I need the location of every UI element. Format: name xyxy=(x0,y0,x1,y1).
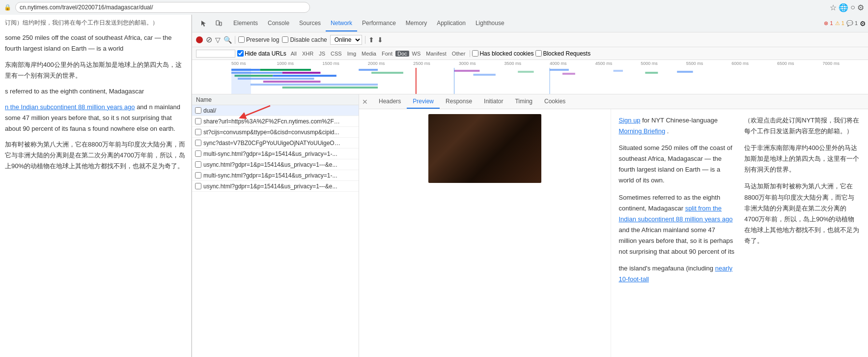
has-blocked-cookies-checkbox[interactable] xyxy=(472,50,478,57)
request-item-0[interactable]: dual/ xyxy=(192,105,359,116)
webpage-text-6: 加有时被称为第八大洲，它在8800万年前与印度次大陆分离，而它与非洲大陆的分离则… xyxy=(5,139,186,172)
tab-memory[interactable]: Memory xyxy=(401,16,432,31)
cn-situated-para: 位于非洲东南部海岸约400公里外的马达加斯加是地球上的第四大岛，这里有一个别有洞… xyxy=(744,143,860,175)
cn-signup-para: （欢迎点击此处订阅NYT简报，我们将在每个工作日发送新内容至您的邮箱。） xyxy=(744,115,860,137)
morning-briefing-link[interactable]: Morning Briefing xyxy=(619,127,666,135)
corner-icons: ☆ 🌐 ○ ⚙ xyxy=(830,3,864,12)
detail-content xyxy=(359,109,611,357)
request-item-4[interactable]: multi-sync.html?gdpr=1&p=15414&us_privac… xyxy=(192,149,359,159)
svg-rect-21 xyxy=(645,72,658,74)
request-checkbox-7[interactable] xyxy=(195,183,201,189)
earth-icon[interactable]: 🌐 xyxy=(839,3,848,12)
record-button[interactable] xyxy=(196,36,203,43)
signup-link[interactable]: Sign up xyxy=(619,117,641,124)
filter-xhr[interactable]: XHR xyxy=(300,50,316,57)
sometimes-para: Sometimes referred to as the eighth cont… xyxy=(619,192,735,258)
disable-cache-checkbox-label[interactable]: Disable cache xyxy=(282,36,327,43)
filter-icon-button[interactable]: ▽ xyxy=(215,36,221,44)
request-name-4: multi-sync.html?gdpr=1&p=15414&us_privac… xyxy=(203,150,337,157)
webpage-right-content: Sign up for NYT Chinese-language Morning… xyxy=(611,109,868,357)
tab-network[interactable]: Network xyxy=(326,16,357,31)
detail-tab-headers[interactable]: Headers xyxy=(373,95,407,109)
device-toolbar-icon[interactable] xyxy=(212,17,225,30)
hide-data-urls-checkbox[interactable] xyxy=(237,50,244,57)
search-icon-button[interactable]: 🔍 xyxy=(224,36,232,44)
request-item-7[interactable]: usync.html?gdpr=1&p=15414&us_privacy=1--… xyxy=(192,181,359,192)
tab-elements[interactable]: Elements xyxy=(228,16,263,31)
waterfall-bars-svg xyxy=(231,68,868,94)
request-checkbox-3[interactable] xyxy=(195,140,201,146)
time-label-5000: 5000 ms xyxy=(641,61,686,66)
waterfall-highlight xyxy=(231,68,251,94)
preserve-log-checkbox-label[interactable]: Preserve log xyxy=(238,36,279,43)
circle-icon[interactable]: ○ xyxy=(850,3,855,12)
filter-manifest[interactable]: Manifest xyxy=(423,50,449,57)
waterfall-chart: 500 ms 1000 ms 1500 ms 2000 ms 2500 ms 3… xyxy=(192,60,868,94)
tab-sources[interactable]: Sources xyxy=(294,16,326,31)
disable-cache-checkbox[interactable] xyxy=(282,36,288,43)
request-item-1[interactable]: share?url=https%3A%2F%2Fcn.nytimes.com%2… xyxy=(192,116,359,127)
disable-cache-label: Disable cache xyxy=(290,36,327,43)
has-blocked-cookies-label[interactable]: Has blocked cookies xyxy=(472,50,533,57)
filter-img[interactable]: Img xyxy=(345,50,359,57)
settings-icon[interactable]: ⚙ xyxy=(860,20,866,28)
request-checkbox-2[interactable] xyxy=(195,129,201,135)
hide-data-urls-label[interactable]: Hide data URLs xyxy=(237,50,286,57)
filter-font[interactable]: Font xyxy=(379,50,395,57)
detail-tab-response[interactable]: Response xyxy=(440,95,478,109)
tab-application[interactable]: Application xyxy=(432,16,471,31)
filter-other[interactable]: Other xyxy=(449,50,468,57)
svg-rect-1 xyxy=(216,21,219,25)
blocked-requests-checkbox[interactable] xyxy=(535,50,542,57)
clear-button[interactable]: ⊘ xyxy=(206,35,212,44)
request-item-5[interactable]: usync.html?gdpr=1&p=15414&us_privacy=1--… xyxy=(192,159,359,170)
address-input[interactable] xyxy=(15,2,310,13)
export-button[interactable]: ⬇ xyxy=(377,36,383,44)
has-blocked-cookies-text: Has blocked cookies xyxy=(479,50,533,57)
indian-subcontinent-link[interactable]: n the Indian subcontinent 88 million yea… xyxy=(5,103,135,111)
gear-icon[interactable]: ⚙ xyxy=(857,3,864,12)
detail-tab-initiator[interactable]: Initiator xyxy=(478,95,509,109)
filter-css[interactable]: CSS xyxy=(328,50,344,57)
detail-tab-preview[interactable]: Preview xyxy=(407,95,440,109)
request-item-3[interactable]: sync?dast=V7BZ0CFgPYoUUigeOjNATYoUUigeOj… xyxy=(192,138,359,149)
filter-input[interactable] xyxy=(196,50,235,58)
blocked-requests-label[interactable]: Blocked Requests xyxy=(535,50,590,57)
detail-tab-timing[interactable]: Timing xyxy=(509,95,538,109)
svg-rect-2 xyxy=(220,22,222,26)
filter-all[interactable]: All xyxy=(288,50,299,57)
detail-tab-cookies[interactable]: Cookies xyxy=(538,95,571,109)
error-badge: ⊗ 1 xyxy=(824,20,833,27)
name-column-header: Name xyxy=(196,96,212,103)
filter-media[interactable]: Media xyxy=(359,50,379,57)
tab-performance[interactable]: Performance xyxy=(357,16,401,31)
filter-js[interactable]: JS xyxy=(316,50,328,57)
request-checkbox-1[interactable] xyxy=(195,118,201,124)
tab-console[interactable]: Console xyxy=(263,16,294,31)
webpage-content: 订阅）纽约时报，我们将在每个工作日发送到您的邮箱。） some 250 mile… xyxy=(0,15,192,357)
request-item-6[interactable]: multi-sync.html?gdpr=1&p=15414&us_privac… xyxy=(192,170,359,181)
filter-doc[interactable]: Doc xyxy=(395,51,409,57)
throttle-select[interactable]: Online xyxy=(330,35,362,45)
time-label-1500: 1500 ms xyxy=(322,61,368,66)
corner-badges: ⊗ 1 ⚠ 1 💬 1 ⚙ xyxy=(824,20,866,28)
cursor-inspector-icon[interactable] xyxy=(197,17,211,30)
star-icon[interactable]: ☆ xyxy=(830,3,837,12)
preserve-log-checkbox[interactable] xyxy=(238,36,245,43)
request-checkbox-0[interactable] xyxy=(195,107,201,114)
filter-ws[interactable]: WS xyxy=(410,50,423,57)
devtools-icons-group xyxy=(194,17,228,30)
request-checkbox-4[interactable] xyxy=(195,150,201,157)
time-label-2500: 2500 ms xyxy=(413,61,459,66)
svg-rect-17 xyxy=(518,71,533,73)
time-label-2000: 2000 ms xyxy=(368,61,414,66)
time-label-6000: 6000 ms xyxy=(731,61,777,66)
request-checkbox-6[interactable] xyxy=(195,172,201,178)
close-detail-button[interactable]: ✕ xyxy=(359,98,371,106)
tab-lighthouse[interactable]: Lighthouse xyxy=(471,16,509,31)
filter-bar: Hide data URLs All XHR JS CSS Img Media … xyxy=(192,47,868,60)
preview-image xyxy=(428,114,541,183)
import-button[interactable]: ⬆ xyxy=(368,36,374,44)
request-checkbox-5[interactable] xyxy=(195,161,201,168)
request-item-2[interactable]: st?cijs=convusmp&ttype=0&cisd=convusmp&c… xyxy=(192,127,359,138)
